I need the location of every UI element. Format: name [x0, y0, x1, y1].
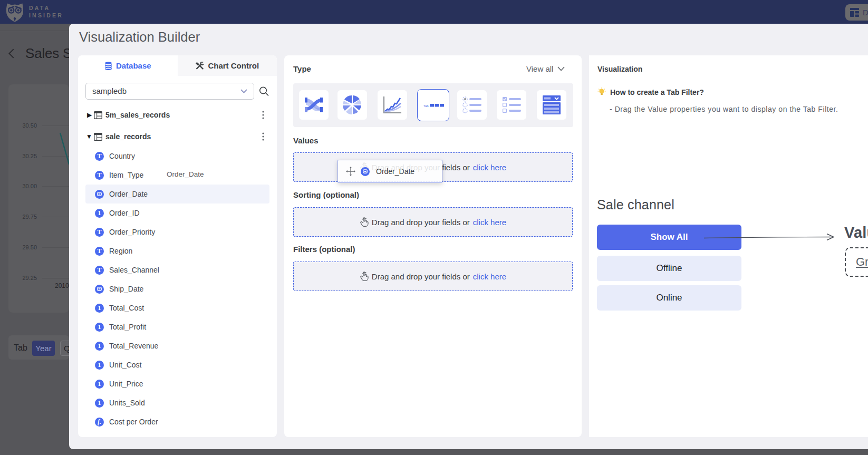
svg-text:Tab: Tab: [423, 104, 429, 107]
